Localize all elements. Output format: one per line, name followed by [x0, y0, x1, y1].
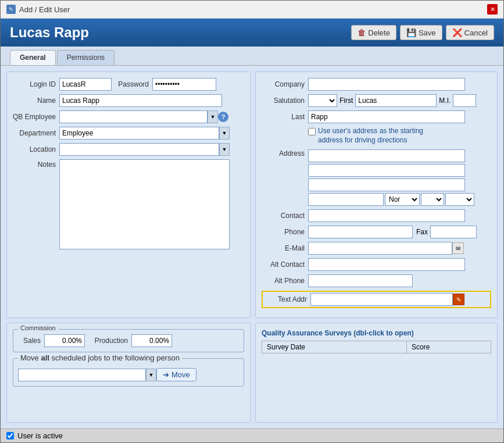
department-dropdown[interactable]: ▼: [219, 127, 230, 140]
sales-label: Sales: [18, 337, 44, 345]
cancel-button[interactable]: ❌ Cancel: [446, 25, 494, 40]
notes-textarea[interactable]: [59, 159, 230, 249]
delete-icon: 🗑: [358, 28, 366, 37]
location-dropdown[interactable]: ▼: [219, 143, 230, 156]
commission-legend: Commission: [18, 324, 58, 331]
name-input[interactable]: [59, 94, 222, 107]
password-input[interactable]: [152, 78, 216, 91]
state-dropdown[interactable]: Nor: [385, 193, 420, 206]
window-close-button[interactable]: ✕: [487, 4, 498, 15]
tab-general[interactable]: General: [10, 50, 56, 65]
text-addr-action-button[interactable]: ✎: [453, 294, 464, 305]
text-addr-input[interactable]: [310, 293, 453, 306]
name-label: Name: [13, 97, 59, 105]
qb-employee-row: QB Employee ▼ ?: [13, 110, 244, 123]
salutation-row: Salutation Mr. Ms. Mrs. Dr. First M.I.: [262, 94, 491, 107]
qb-employee-dropdown[interactable]: ▼: [208, 110, 218, 123]
company-row: Company: [262, 78, 491, 91]
location-label: Location: [13, 145, 59, 153]
last-input[interactable]: [308, 110, 465, 123]
email-action-button[interactable]: ✉: [452, 242, 464, 254]
move-person-dropdown[interactable]: ▼: [146, 369, 156, 381]
page-title: Lucas Rapp: [10, 24, 89, 41]
tabs-bar: General Permissions: [1, 47, 503, 66]
save-label: Save: [419, 28, 436, 37]
alt-contact-input[interactable]: [308, 258, 465, 271]
phone-input[interactable]: [308, 226, 413, 238]
login-id-input[interactable]: [59, 78, 112, 91]
user-active-checkbox[interactable]: [6, 432, 14, 440]
qb-employee-input[interactable]: [59, 110, 208, 123]
qb-employee-label: QB Employee: [13, 113, 59, 121]
use-address-row: Use user's address as the starting addre…: [262, 127, 491, 145]
address-line1-input[interactable]: [308, 149, 465, 162]
mi-input[interactable]: [453, 94, 476, 107]
move-legend-suffix: scheduled jobs to the following person: [49, 353, 180, 362]
alt-contact-row: Alt Contact: [262, 258, 491, 271]
move-jobs-box: Move all scheduled jobs to the following…: [13, 358, 244, 387]
location-row: Location ▼: [13, 143, 244, 156]
zip-dropdown[interactable]: [445, 193, 474, 206]
login-id-label: Login ID: [13, 80, 59, 88]
content-area: Login ID Password Name QB Employee ▼ ?: [1, 66, 503, 428]
address-line2-input[interactable]: [308, 164, 465, 177]
first-input[interactable]: [355, 94, 437, 107]
address-row: Address Nor: [262, 149, 491, 206]
phone-label: Phone: [262, 228, 308, 236]
status-bar: User is active: [1, 428, 503, 442]
last-label: Last: [262, 113, 308, 121]
location-input[interactable]: [59, 143, 219, 156]
email-row: E-Mail ✉: [262, 242, 491, 255]
production-input[interactable]: [131, 334, 172, 347]
text-addr-row: Text Addr ✎: [262, 291, 491, 308]
department-input[interactable]: [59, 127, 219, 140]
save-icon: 💾: [406, 28, 416, 37]
move-button[interactable]: ➔ Move: [156, 368, 196, 381]
use-address-label: Use user's address as the starting addre…: [318, 127, 446, 145]
last-row: Last: [262, 110, 491, 123]
login-row: Login ID Password: [13, 78, 244, 91]
use-address-checkbox[interactable]: [308, 128, 316, 135]
city-input[interactable]: [308, 193, 384, 206]
cancel-label: Cancel: [464, 28, 488, 37]
alt-phone-input[interactable]: [308, 274, 413, 287]
company-input[interactable]: [308, 78, 465, 91]
header-actions: 🗑 Delete 💾 Save ❌ Cancel: [351, 25, 494, 40]
move-legend-prefix: Move: [20, 353, 41, 362]
alt-phone-label: Alt Phone: [262, 277, 308, 285]
country-dropdown[interactable]: [421, 193, 444, 206]
move-arrow-icon: ➔: [163, 370, 169, 379]
move-row: ▼ ➔ Move: [18, 368, 239, 381]
qb-employee-help-button[interactable]: ?: [218, 112, 228, 122]
password-label: Password: [112, 80, 152, 88]
bottom-section: Commission Sales Production Move all sch…: [6, 323, 498, 423]
move-label: Move: [171, 370, 190, 379]
address-label: Address: [262, 149, 308, 158]
fax-label: Fax: [416, 228, 428, 236]
department-row: Department ▼: [13, 127, 244, 140]
col-score: Score: [406, 341, 491, 353]
department-label: Department: [13, 129, 59, 137]
move-person-input[interactable]: [18, 369, 146, 381]
right-panel: Company Salutation Mr. Ms. Mrs. Dr. Firs…: [255, 72, 498, 318]
email-input[interactable]: [308, 242, 452, 255]
qa-surveys-table: Survey Date Score: [262, 341, 491, 353]
sales-input[interactable]: [44, 334, 85, 347]
first-label: First: [339, 97, 353, 105]
fax-input[interactable]: [430, 226, 477, 238]
tab-permissions[interactable]: Permissions: [57, 50, 115, 65]
user-active-label: User is active: [17, 431, 63, 440]
notes-row: Notes: [13, 159, 244, 249]
contact-label: Contact: [262, 212, 308, 220]
address-lines: Nor: [308, 149, 474, 206]
col-survey-date: Survey Date: [262, 341, 407, 353]
delete-button[interactable]: 🗑 Delete: [351, 25, 396, 40]
move-legend-all: all: [41, 353, 49, 362]
salutation-label: Salutation: [262, 97, 308, 105]
salutation-select[interactable]: Mr. Ms. Mrs. Dr.: [308, 94, 337, 107]
qa-surveys-panel: Quality Assurance Surveys (dbl-click to …: [255, 323, 498, 423]
cancel-icon: ❌: [452, 28, 462, 37]
contact-input[interactable]: [308, 209, 465, 222]
save-button[interactable]: 💾 Save: [400, 25, 442, 40]
address-line3-input[interactable]: [308, 178, 465, 191]
